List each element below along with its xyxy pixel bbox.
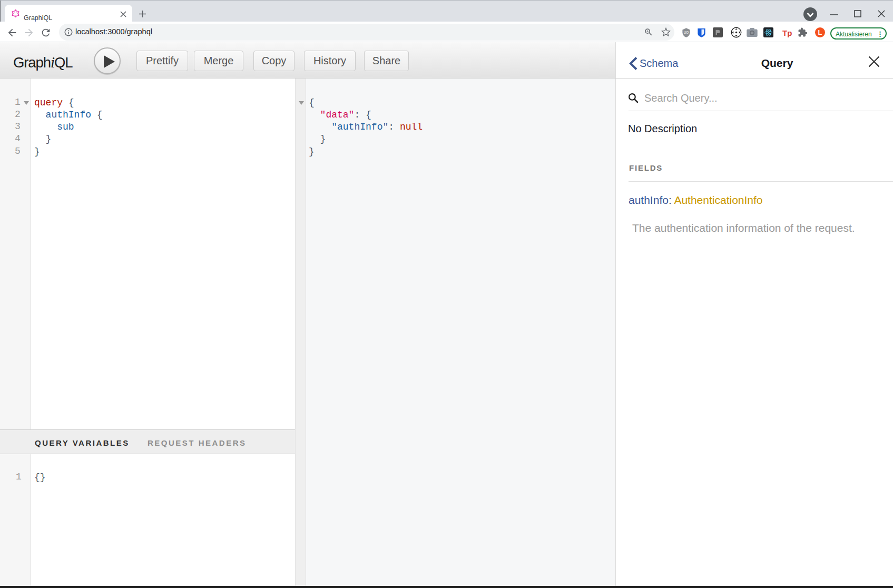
svg-text:UO: UO <box>684 31 689 34</box>
